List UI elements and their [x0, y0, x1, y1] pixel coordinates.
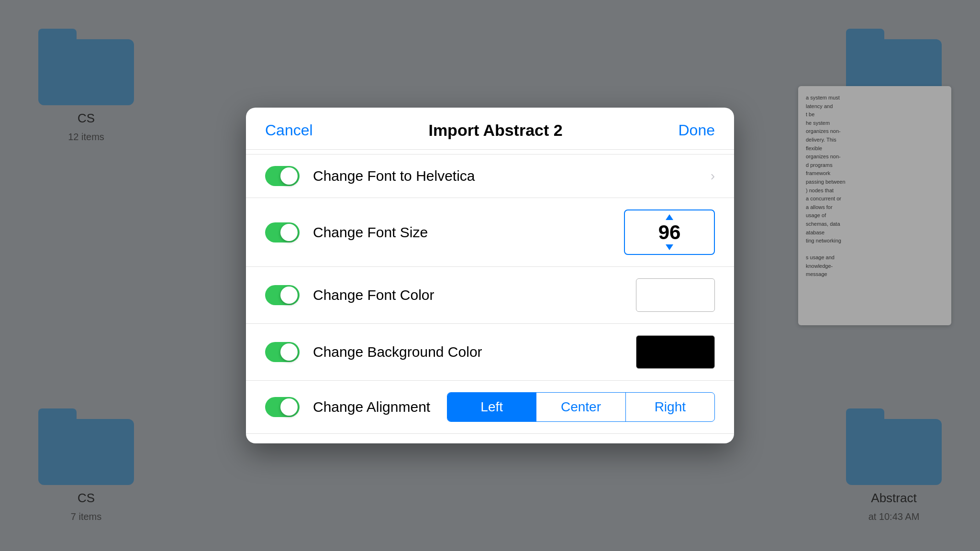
- alignment-right: Left Center Right: [447, 392, 715, 422]
- modal-header: Cancel Import Abstract 2 Done: [246, 108, 734, 150]
- toggle-thumb: [280, 343, 298, 361]
- stepper-down-icon[interactable]: [666, 244, 673, 250]
- bg-color-toggle[interactable]: [265, 342, 300, 362]
- font-right: ›: [711, 168, 715, 184]
- segment-right[interactable]: Right: [625, 393, 714, 421]
- font-size-label: Change Font Size: [313, 224, 624, 241]
- font-color-toggle[interactable]: [265, 285, 300, 305]
- toggle-thumb: [280, 287, 298, 304]
- segment-center[interactable]: Center: [536, 393, 625, 421]
- toggle-thumb: [280, 167, 298, 185]
- import-modal: Cancel Import Abstract 2 Done Change Fon…: [246, 108, 734, 443]
- bg-color-swatch[interactable]: [636, 335, 715, 369]
- alignment-toggle[interactable]: [265, 397, 300, 417]
- font-size-right: 96: [624, 209, 715, 255]
- font-label: Change Font to Helvetica: [313, 168, 711, 184]
- font-color-swatch[interactable]: [636, 278, 715, 312]
- font-size-stepper[interactable]: 96: [624, 209, 715, 255]
- stepper-value: 96: [658, 221, 681, 244]
- font-size-toggle[interactable]: [265, 222, 300, 242]
- stepper-up-icon[interactable]: [666, 214, 673, 220]
- font-color-label: Change Font Color: [313, 287, 636, 303]
- toggle-thumb: [280, 224, 298, 241]
- font-row: Change Font to Helvetica ›: [246, 154, 734, 198]
- font-size-row: Change Font Size 96: [246, 198, 734, 267]
- toggle-thumb: [280, 398, 298, 416]
- done-button[interactable]: Done: [679, 121, 715, 139]
- modal-title: Import Abstract 2: [428, 121, 562, 140]
- font-toggle[interactable]: [265, 166, 300, 186]
- chevron-right-icon: ›: [711, 168, 715, 184]
- bg-color-right: [636, 335, 715, 369]
- modal-bottom-spacer: [246, 434, 734, 443]
- modal-spacer: [246, 150, 734, 154]
- alignment-segmented-control: Left Center Right: [447, 392, 715, 422]
- segment-left[interactable]: Left: [447, 393, 536, 421]
- bg-color-row: Change Background Color: [246, 324, 734, 381]
- font-color-right: [636, 278, 715, 312]
- alignment-label: Change Alignment: [313, 399, 447, 415]
- cancel-button[interactable]: Cancel: [265, 121, 313, 139]
- font-color-row: Change Font Color: [246, 267, 734, 324]
- bg-color-label: Change Background Color: [313, 344, 636, 360]
- alignment-row: Change Alignment Left Center Right: [246, 381, 734, 434]
